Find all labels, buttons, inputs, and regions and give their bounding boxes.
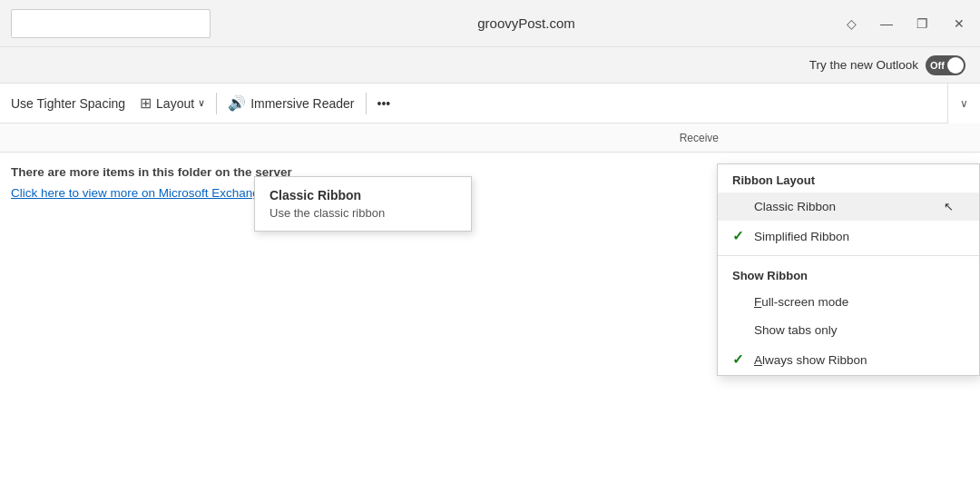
outlook-toggle-label: Try the new Outlook <box>809 58 918 72</box>
layout-chevron-icon: ∨ <box>198 97 205 109</box>
list-header: Receive <box>0 123 980 153</box>
fullscreen-mode-label: Full-screen mode <box>754 295 848 309</box>
immersive-reader-icon: 🔊 <box>228 94 246 112</box>
expand-chevron-icon: ∨ <box>960 97 968 110</box>
tooltip-title: Classic Ribbon <box>270 188 456 202</box>
close-button[interactable]: ✕ <box>949 14 969 34</box>
use-tighter-spacing-button[interactable]: Use Tighter Spacing <box>4 87 132 120</box>
always-show-ribbon-label: Always show Ribbon <box>754 353 867 367</box>
app-title: groovyPost.com <box>477 15 575 31</box>
search-box[interactable] <box>11 9 211 38</box>
toolbar-separator-2 <box>366 93 367 114</box>
classic-ribbon-label: Classic Ribbon <box>754 200 836 213</box>
toggle-off-label: Off <box>930 60 945 71</box>
main-content: Receive There are more items in this fol… <box>0 123 980 484</box>
more-options-icon: ••• <box>377 96 391 111</box>
minimize-button[interactable]: — <box>877 14 897 34</box>
simplified-ribbon-option[interactable]: ✓ Simplified Ribbon <box>718 221 979 252</box>
layout-button[interactable]: ⊞ Layout ∨ <box>132 87 212 120</box>
toolbar-separator-1 <box>216 93 217 114</box>
classic-ribbon-tooltip: Classic Ribbon Use the classic ribbon <box>254 176 472 232</box>
simplified-ribbon-label: Simplified Ribbon <box>754 230 849 243</box>
layout-icon: ⊞ <box>140 94 152 112</box>
immersive-reader-label: Immersive Reader <box>250 96 354 111</box>
window-controls: — ❐ ✕ <box>877 14 969 34</box>
show-tabs-only-option[interactable]: Show tabs only <box>718 316 979 344</box>
ribbon-layout-dropdown: Ribbon Layout Classic Ribbon ↖ ✓ Simplif… <box>717 163 980 376</box>
more-options-button[interactable]: ••• <box>370 87 398 120</box>
dropdown-separator <box>718 255 979 256</box>
diamond-icon[interactable]: ◇ <box>842 14 862 34</box>
window-controls-area: ◇ — ❐ ✕ <box>842 14 969 34</box>
cursor-indicator: ↖ <box>944 200 954 213</box>
always-show-ribbon-option[interactable]: ✓ Always show Ribbon <box>718 344 979 375</box>
toggle-thumb <box>947 57 964 74</box>
ribbon-layout-header: Ribbon Layout <box>718 164 979 193</box>
show-ribbon-header: Show Ribbon <box>718 260 979 288</box>
received-col-header: Receive <box>672 132 726 144</box>
show-tabs-only-label: Show tabs only <box>754 323 838 337</box>
restore-button[interactable]: ❐ <box>913 14 933 34</box>
immersive-reader-button[interactable]: 🔊 Immersive Reader <box>220 87 361 120</box>
outlook-toggle-row: Try the new Outlook Off <box>0 47 980 84</box>
tooltip-description: Use the classic ribbon <box>270 206 456 220</box>
outlook-toggle-switch[interactable]: Off <box>926 55 965 75</box>
title-bar: groovyPost.com ◇ — ❐ ✕ <box>0 0 980 47</box>
use-tighter-spacing-label: Use Tighter Spacing <box>11 96 125 111</box>
simplified-ribbon-checkmark: ✓ <box>732 228 747 244</box>
fullscreen-mode-option[interactable]: Full-screen mode <box>718 288 979 316</box>
toolbar-expand-button[interactable]: ∨ <box>947 84 980 123</box>
toolbar-row: Use Tighter Spacing ⊞ Layout ∨ 🔊 Immersi… <box>0 84 980 123</box>
always-show-checkmark: ✓ <box>732 351 747 368</box>
classic-ribbon-option[interactable]: Classic Ribbon ↖ <box>718 193 979 221</box>
layout-label: Layout <box>156 96 194 111</box>
